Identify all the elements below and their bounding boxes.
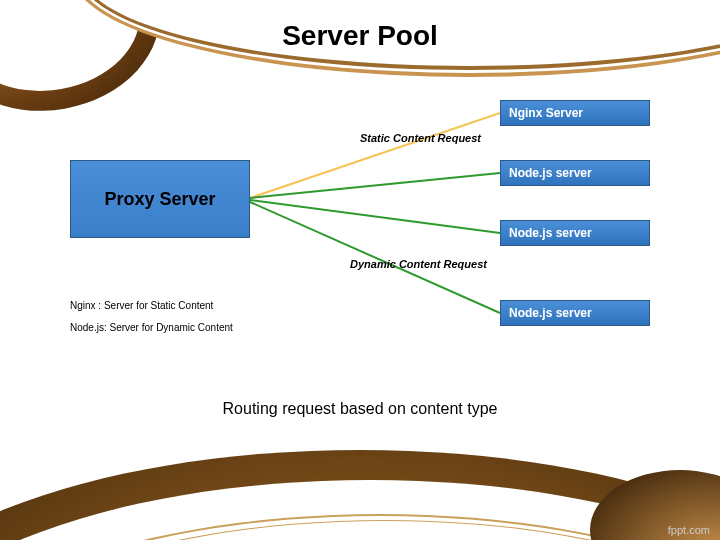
static-request-label: Static Content Request: [360, 132, 481, 144]
dynamic-request-label: Dynamic Content Request: [350, 258, 487, 270]
server-label: Node.js server: [509, 166, 592, 180]
server-box-nginx: Nginx Server: [500, 100, 650, 126]
svg-line-1: [250, 173, 500, 198]
watermark: fppt.com: [668, 524, 710, 536]
svg-line-0: [250, 113, 500, 198]
diagram-area: Proxy Server Nginx Server Node.js server…: [70, 100, 650, 360]
slide-caption: Routing request based on content type: [0, 400, 720, 418]
slide-title: Server Pool: [0, 20, 720, 52]
proxy-server-box: Proxy Server: [70, 160, 250, 238]
server-box-node-3: Node.js server: [500, 300, 650, 326]
legend-nginx: Nginx : Server for Static Content: [70, 300, 213, 311]
proxy-server-label: Proxy Server: [104, 189, 215, 210]
server-box-node-2: Node.js server: [500, 220, 650, 246]
svg-line-2: [250, 200, 500, 233]
legend-node: Node.js: Server for Dynamic Content: [70, 322, 233, 333]
server-label: Node.js server: [509, 226, 592, 240]
server-label: Nginx Server: [509, 106, 583, 120]
server-box-node-1: Node.js server: [500, 160, 650, 186]
server-label: Node.js server: [509, 306, 592, 320]
